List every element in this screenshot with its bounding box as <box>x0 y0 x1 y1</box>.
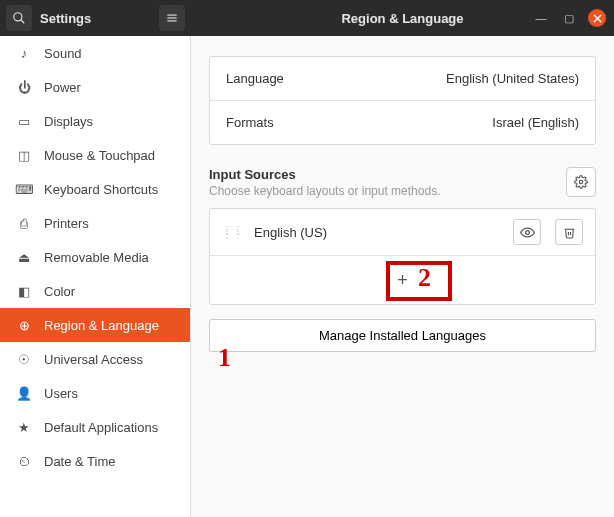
close-button[interactable] <box>588 9 606 27</box>
sidebar-item-universal-access[interactable]: ☉Universal Access <box>0 342 190 376</box>
universal-access-icon: ☉ <box>16 352 32 367</box>
svg-point-8 <box>525 230 529 234</box>
sidebar-item-date-time[interactable]: ⏲Date & Time <box>0 444 190 478</box>
power-icon: ⏻ <box>16 80 32 95</box>
sidebar-item-label: Universal Access <box>44 352 143 367</box>
sidebar-item-displays[interactable]: ▭Displays <box>0 104 190 138</box>
displays-icon: ▭ <box>16 114 32 129</box>
sidebar-item-users[interactable]: 👤Users <box>0 376 190 410</box>
language-row[interactable]: Language English (United States) <box>210 57 595 100</box>
sidebar-item-label: Region & Language <box>44 318 159 333</box>
sidebar-item-label: Sound <box>44 46 82 61</box>
sidebar-item-keyboard-shortcuts[interactable]: ⌨Keyboard Shortcuts <box>0 172 190 206</box>
keyboard-shortcuts-icon: ⌨ <box>16 182 32 197</box>
printers-icon: ⎙ <box>16 216 32 231</box>
sidebar-item-label: Displays <box>44 114 93 129</box>
formats-label: Formats <box>226 115 274 130</box>
sidebar-item-label: Printers <box>44 216 89 231</box>
input-sources-description: Choose keyboard layouts or input methods… <box>209 184 440 198</box>
sidebar-item-label: Color <box>44 284 75 299</box>
users-icon: 👤 <box>16 386 32 401</box>
content-pane: Language English (United States) Formats… <box>191 36 614 517</box>
input-source-name: English (US) <box>254 225 499 240</box>
gear-icon <box>574 175 588 189</box>
language-label: Language <box>226 71 284 86</box>
hamburger-menu-button[interactable] <box>159 5 185 31</box>
removable-media-icon: ⏏ <box>16 250 32 265</box>
input-sources-header: Input Sources Choose keyboard layouts or… <box>209 167 596 198</box>
sidebar-item-label: Default Applications <box>44 420 158 435</box>
sidebar-item-label: Keyboard Shortcuts <box>44 182 158 197</box>
manage-languages-button[interactable]: Manage Installed Languages <box>209 319 596 352</box>
sidebar-item-label: Power <box>44 80 81 95</box>
formats-value: Israel (English) <box>492 115 579 130</box>
language-formats-block: Language English (United States) Formats… <box>209 56 596 145</box>
plus-icon: + <box>397 270 408 291</box>
svg-point-7 <box>579 180 583 184</box>
default-applications-icon: ★ <box>16 420 32 435</box>
sidebar-item-mouse-touchpad[interactable]: ◫Mouse & Touchpad <box>0 138 190 172</box>
sidebar-item-label: Date & Time <box>44 454 116 469</box>
preview-layout-button[interactable] <box>513 219 541 245</box>
sidebar-item-default-applications[interactable]: ★Default Applications <box>0 410 190 444</box>
language-value: English (United States) <box>446 71 579 86</box>
mouse-touchpad-icon: ◫ <box>16 148 32 163</box>
window-controls: — ▢ <box>532 9 606 27</box>
sidebar-item-printers[interactable]: ⎙Printers <box>0 206 190 240</box>
input-sources-title: Input Sources <box>209 167 440 182</box>
sidebar-item-color[interactable]: ◧Color <box>0 274 190 308</box>
svg-point-0 <box>14 13 22 21</box>
remove-source-button[interactable] <box>555 219 583 245</box>
sound-icon: ♪ <box>16 46 32 61</box>
svg-line-1 <box>21 20 25 24</box>
input-source-row[interactable]: ⋮⋮⋮⋮ English (US) <box>210 209 595 256</box>
eye-icon <box>520 225 535 240</box>
sidebar: ♪Sound⏻Power▭Displays◫Mouse & Touchpad⌨K… <box>0 36 191 517</box>
sidebar-item-power[interactable]: ⏻Power <box>0 70 190 104</box>
input-sources-list: ⋮⋮⋮⋮ English (US) + <box>209 208 596 305</box>
trash-icon <box>563 226 576 239</box>
search-button[interactable] <box>6 5 32 31</box>
input-sources-options-button[interactable] <box>566 167 596 197</box>
sidebar-item-label: Mouse & Touchpad <box>44 148 155 163</box>
titlebar: Settings Region & Language — ▢ <box>0 0 614 36</box>
date-time-icon: ⏲ <box>16 454 32 469</box>
sidebar-item-region-language[interactable]: ⊕Region & Language <box>0 308 190 342</box>
sidebar-item-label: Removable Media <box>44 250 149 265</box>
formats-row[interactable]: Formats Israel (English) <box>210 100 595 144</box>
maximize-button[interactable]: ▢ <box>560 9 578 27</box>
titlebar-left: Settings <box>0 0 191 36</box>
titlebar-right: Region & Language — ▢ <box>191 0 614 36</box>
sidebar-item-label: Users <box>44 386 78 401</box>
region-language-icon: ⊕ <box>16 318 32 333</box>
drag-handle-icon[interactable]: ⋮⋮⋮⋮ <box>222 227 244 237</box>
sidebar-item-sound[interactable]: ♪Sound <box>0 36 190 70</box>
color-icon: ◧ <box>16 284 32 299</box>
add-input-source-button[interactable]: + <box>210 256 595 304</box>
sidebar-item-removable-media[interactable]: ⏏Removable Media <box>0 240 190 274</box>
settings-title: Settings <box>40 11 91 26</box>
page-title: Region & Language <box>341 11 463 26</box>
minimize-button[interactable]: — <box>532 9 550 27</box>
